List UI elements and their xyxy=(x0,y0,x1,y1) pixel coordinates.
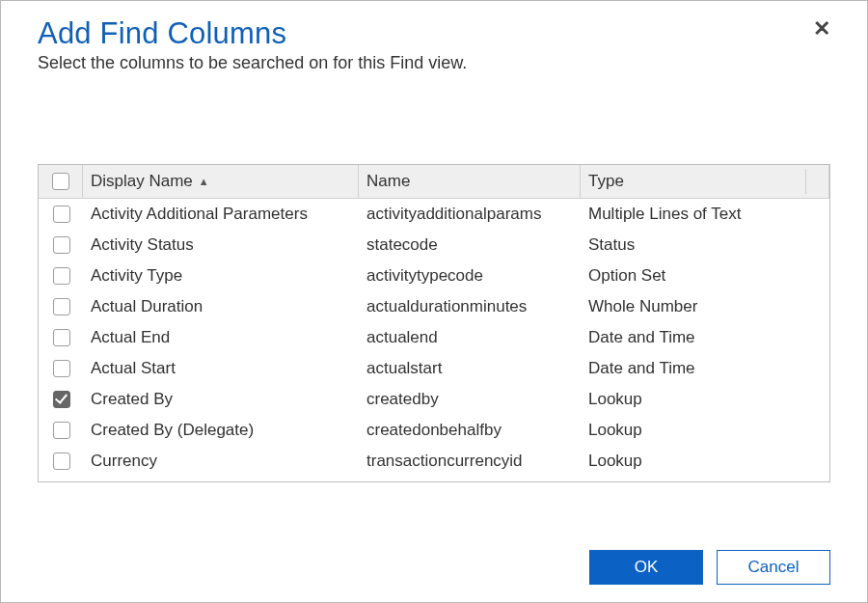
header-name-label: Name xyxy=(366,172,410,191)
columns-grid: Display Name ▲ Name Type Activity Additi… xyxy=(38,164,830,482)
cell-name: createdonbehalfby xyxy=(359,421,581,440)
cell-name: actualdurationminutes xyxy=(359,297,581,316)
select-all-cell xyxy=(39,165,83,198)
table-row[interactable]: Created BycreatedbyLookup xyxy=(39,384,829,415)
table-row[interactable]: CurrencytransactioncurrencyidLookup xyxy=(39,446,829,477)
add-find-columns-dialog: Add Find Columns Select the columns to b… xyxy=(0,0,868,603)
cell-display-name: Created By xyxy=(83,390,359,409)
table-row[interactable]: Actual StartactualstartDate and Time xyxy=(39,353,829,384)
cell-type: Lookup xyxy=(581,421,829,440)
close-icon[interactable]: ✕ xyxy=(813,14,830,40)
row-check-cell xyxy=(39,357,83,380)
cell-name: statecode xyxy=(359,235,581,255)
table-row[interactable]: Created By (Delegate)createdonbehalfbyLo… xyxy=(39,415,829,446)
cell-display-name: Activity Status xyxy=(83,235,359,255)
row-checkbox[interactable] xyxy=(53,298,70,315)
row-checkbox[interactable] xyxy=(53,452,70,470)
sort-asc-icon: ▲ xyxy=(199,176,209,187)
grid-body[interactable]: Activity Additional Parametersactivityad… xyxy=(39,199,829,481)
row-checkbox[interactable] xyxy=(53,267,70,285)
cell-name: actualstart xyxy=(359,359,581,378)
cell-type: Lookup xyxy=(581,390,829,409)
header-end-separator xyxy=(805,169,806,194)
table-row[interactable]: Activity StatusstatecodeStatus xyxy=(39,230,829,260)
row-checkbox[interactable] xyxy=(53,360,70,377)
row-check-cell xyxy=(39,388,83,411)
row-checkbox[interactable] xyxy=(53,206,70,223)
select-all-checkbox[interactable] xyxy=(52,173,69,190)
cell-display-name: Actual End xyxy=(83,328,359,347)
header-display-name-label: Display Name xyxy=(91,172,193,191)
row-check-cell xyxy=(39,264,83,288)
header-type[interactable]: Type xyxy=(581,165,829,198)
cell-type: Date and Time xyxy=(581,359,829,378)
cell-type: Whole Number xyxy=(581,297,829,316)
row-check-cell xyxy=(39,326,83,349)
table-row[interactable]: Actual EndactualendDate and Time xyxy=(39,322,829,353)
grid-header: Display Name ▲ Name Type xyxy=(39,165,829,199)
cell-name: activitytypecode xyxy=(359,266,581,286)
header-display-name[interactable]: Display Name ▲ xyxy=(83,165,359,198)
header-type-label: Type xyxy=(588,172,624,191)
cell-type: Lookup xyxy=(581,452,829,471)
cancel-button[interactable]: Cancel xyxy=(717,550,830,585)
row-checkbox[interactable] xyxy=(53,329,70,346)
row-check-cell xyxy=(39,203,83,226)
cell-display-name: Created By (Delegate) xyxy=(83,421,359,440)
cell-display-name: Activity Type xyxy=(83,266,359,286)
dialog-header: Add Find Columns Select the columns to b… xyxy=(38,14,830,73)
row-checkbox[interactable] xyxy=(53,236,70,254)
cell-name: activityadditionalparams xyxy=(359,205,581,224)
row-check-cell xyxy=(39,450,83,473)
cell-type: Multiple Lines of Text xyxy=(581,205,829,224)
dialog-footer: OK Cancel xyxy=(589,550,830,585)
cell-display-name: Actual Duration xyxy=(83,297,359,316)
table-row[interactable]: Actual DurationactualdurationminutesWhol… xyxy=(39,291,829,322)
cell-display-name: Activity Additional Parameters xyxy=(83,205,359,224)
table-row[interactable]: Activity Additional Parametersactivityad… xyxy=(39,199,829,230)
cell-type: Status xyxy=(581,235,829,255)
cell-type: Date and Time xyxy=(581,328,829,347)
row-checkbox[interactable] xyxy=(53,422,70,439)
cell-name: actualend xyxy=(359,328,581,347)
row-check-cell xyxy=(39,295,83,318)
row-checkbox[interactable] xyxy=(53,391,70,408)
row-check-cell xyxy=(39,233,83,257)
row-check-cell xyxy=(39,419,83,442)
cell-name: createdby xyxy=(359,390,581,409)
cell-display-name: Currency xyxy=(83,452,359,471)
cell-type: Option Set xyxy=(581,266,829,286)
cell-name: transactioncurrencyid xyxy=(359,452,581,471)
dialog-subtitle: Select the columns to be searched on for… xyxy=(38,53,467,73)
table-row[interactable]: Activity TypeactivitytypecodeOption Set xyxy=(39,260,829,291)
header-name[interactable]: Name xyxy=(359,165,581,198)
ok-button[interactable]: OK xyxy=(589,550,703,585)
cell-display-name: Actual Start xyxy=(83,359,359,378)
dialog-title: Add Find Columns xyxy=(38,16,467,51)
